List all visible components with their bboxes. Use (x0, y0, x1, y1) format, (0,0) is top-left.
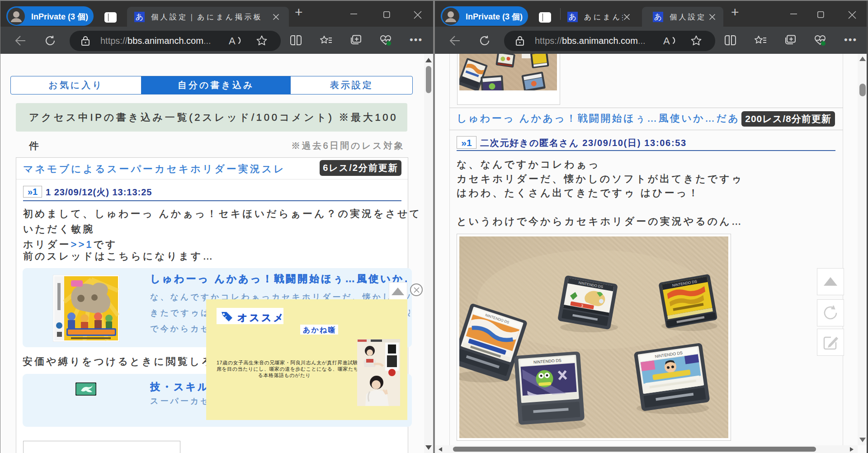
svg-text:A: A (663, 35, 670, 47)
svg-text:A: A (229, 35, 236, 47)
